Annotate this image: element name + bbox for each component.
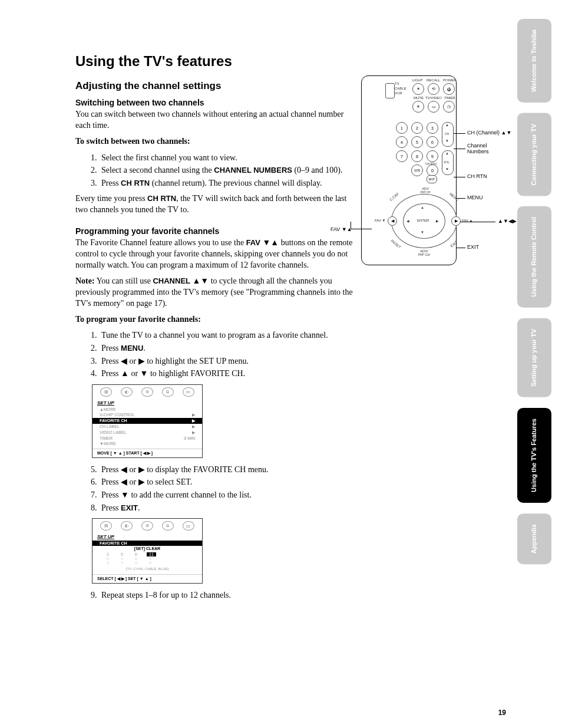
- section-tab: Appendix: [517, 513, 551, 564]
- osd-row: VIDEO LABEL▶: [92, 430, 202, 436]
- list-item: Press ◀ or ▶ to display the FAVORITE CH …: [99, 464, 358, 476]
- osd-row: TIMER:0 MIN: [92, 436, 202, 441]
- switching-steps: Select the first channel you want to vie…: [75, 152, 358, 189]
- osd-setup-menu: ▤ ◐ ⚙ ⧉ cc SET UP ▲MOREV-CHIP CONTROL▶FA…: [92, 384, 203, 458]
- list-item: Press ◀ or ▶ to select SET.: [99, 476, 358, 488]
- osd-row: FAVORITE CH▶: [92, 418, 202, 424]
- section-tabs: Welcome to ToshibaConnecting your TVUsin…: [517, 19, 550, 575]
- section-tab: Connecting your TV: [517, 113, 551, 196]
- callout-chrtn: CH RTN: [467, 173, 487, 179]
- fav-down-button: ◀: [388, 216, 397, 226]
- list-item: Repeat steps 1–8 for up to 12 channels.: [99, 589, 358, 601]
- page-number: 19: [498, 709, 506, 717]
- favorites-steps: Tune the TV to a channel you want to pro…: [75, 330, 358, 379]
- osd-icon: ⚙: [141, 521, 153, 531]
- callout-nums: Channel Numbers: [467, 143, 489, 154]
- fav-up-button: ▶: [451, 216, 461, 226]
- ent-button: ENT: [427, 175, 437, 183]
- num-100: 100: [411, 164, 423, 176]
- osd-row: ▼MORE: [92, 441, 202, 446]
- callout-arrows: ▲▼◀▶: [498, 218, 517, 224]
- recall-button: ⟲: [428, 83, 439, 95]
- remote-diagram: LIGHT RECALL POWER ☀ ⟲ ⏻ TV CABLE VCR MU…: [333, 75, 504, 270]
- favorites-note: Note: You can still use CHANNEL ▲▼ to cy…: [75, 276, 358, 309]
- list-item: Press ▲ or ▼ to highlight FAVORITE CH.: [99, 368, 358, 380]
- mode-switch: [385, 83, 395, 98]
- osd-icon: cc: [183, 387, 194, 397]
- osd-favorite-menu: ▤ ◐ ⚙ ⧉ cc SET UP FAVORITE CH [SET] CLEA…: [92, 518, 203, 584]
- timer-button: ◷: [443, 101, 455, 113]
- osd-row: ▲MORE: [92, 407, 202, 412]
- list-item: Press ▼ to add the current channel to th…: [99, 489, 358, 501]
- callout-fav: FAV ▼▲: [330, 226, 352, 232]
- osd-icon: ▤: [100, 521, 112, 531]
- list-item: Select a second channel using the CHANNE…: [99, 164, 358, 176]
- subheading-switching: Switching between two channels: [75, 98, 358, 107]
- favorites-p1: The Favorite Channel feature allows you …: [75, 238, 358, 271]
- light-button: ☀: [412, 83, 424, 95]
- subheading-favorites: Programming your favorite channels: [75, 226, 358, 236]
- section-tab: Setting up your TV: [517, 318, 551, 397]
- favorites-steps-cont2: Repeat steps 1–8 for up to 12 channels.: [75, 589, 358, 601]
- page-title: Using the TV's features: [75, 53, 358, 70]
- list-item: Press ◀ or ▶ to highlight the SET UP men…: [99, 355, 358, 367]
- ch-rocker: ▲ CH ▼: [442, 122, 454, 147]
- switching-intro: You can switch between two channels with…: [75, 109, 358, 131]
- num-0: 0: [427, 164, 438, 176]
- osd-icon: ⧉: [162, 387, 174, 397]
- section-heading: Adjusting the channel settings: [75, 80, 358, 92]
- osd-icon: ▤: [100, 387, 112, 397]
- osd-row: V-CHIP CONTROL▶: [92, 412, 202, 418]
- vol-rocker: ▲ VOL ▼: [442, 150, 454, 175]
- callout-menu: MENU: [467, 195, 483, 200]
- osd-icon: ◐: [121, 387, 133, 397]
- section-tab: Using the TV's Features: [517, 408, 551, 503]
- section-tab: Using the Remote Control: [517, 206, 551, 308]
- callout-ch: CH (Channel) ▲▼: [467, 130, 511, 136]
- num-6: 6: [427, 136, 438, 148]
- osd-icon: ◐: [121, 521, 133, 531]
- list-item: Press CH RTN (channel return). The previ…: [99, 177, 358, 189]
- osd-icon: cc: [183, 521, 194, 531]
- osd-row: CH LABEL▶: [92, 424, 202, 430]
- switching-outro: Every time you press CH RTN, the TV will…: [75, 193, 358, 216]
- list-item: Tune the TV to a channel you want to pro…: [99, 330, 358, 341]
- list-item: Press MENU.: [99, 342, 358, 354]
- num-4: 4: [396, 136, 408, 148]
- osd-icon: ⚙: [141, 387, 153, 397]
- tvvideo-button: ▭: [428, 101, 439, 113]
- favorites-steps-cont: Press ◀ or ▶ to display the FAVORITE CH …: [75, 464, 358, 513]
- num-8: 8: [411, 150, 423, 162]
- list-item: Press EXIT.: [99, 502, 358, 514]
- favorites-list-label: To program your favorite channels:: [75, 314, 358, 325]
- num-9: 9: [427, 150, 438, 162]
- num-7: 7: [396, 150, 408, 162]
- callout-exit: EXIT: [467, 244, 479, 250]
- section-tab: Welcome to Toshiba: [517, 19, 551, 103]
- list-item: Select the first channel you want to vie…: [99, 152, 358, 164]
- num-5: 5: [411, 136, 423, 148]
- mute-button: ✕: [412, 101, 424, 113]
- num-3: 3: [427, 122, 438, 134]
- num-2: 2: [411, 122, 423, 134]
- num-1: 1: [396, 122, 408, 134]
- switching-list-label: To switch between two channels:: [75, 136, 358, 147]
- osd-icon: ⧉: [162, 521, 174, 531]
- power-button: ⏻: [443, 83, 455, 95]
